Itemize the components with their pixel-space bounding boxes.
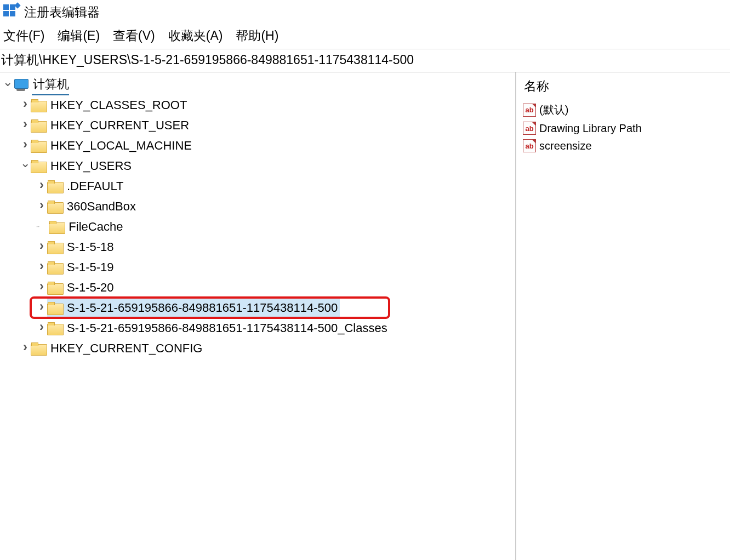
chevron-right-icon[interactable] — [20, 115, 31, 136]
chevron-right-icon[interactable] — [36, 175, 47, 197]
chevron-right-icon[interactable] — [20, 94, 31, 116]
menu-favorites[interactable]: 收藏夹(A) — [168, 27, 223, 44]
chevron-down-icon[interactable] — [2, 74, 13, 95]
tree-label: S-1-5-21-659195866-849881651-1175438114-… — [66, 318, 387, 338]
folder-icon — [47, 322, 62, 334]
tree-label: HKEY_CLASSES_ROOT — [49, 95, 187, 115]
tree-item-default[interactable]: .DEFAULT — [0, 176, 515, 196]
menubar: 文件(F) 编辑(E) 查看(V) 收藏夹(A) 帮助(H) — [0, 24, 730, 49]
tree-label: S-1-5-18 — [66, 237, 114, 257]
tree-label: HKEY_CURRENT_USER — [49, 115, 189, 135]
folder-icon — [47, 302, 62, 314]
tree-item-sandbox[interactable]: 360SandBox — [0, 196, 515, 216]
tree-item-s18[interactable]: S-1-5-18 — [0, 237, 515, 257]
tree-label: HKEY_USERS — [49, 156, 132, 176]
tree-item-filecache[interactable]: ··· FileCache — [0, 216, 515, 237]
tree-connector: ··· — [36, 216, 39, 237]
chevron-right-icon[interactable] — [36, 297, 47, 319]
chevron-right-icon[interactable] — [20, 338, 31, 359]
folder-icon — [31, 140, 46, 152]
address-text: 计算机\HKEY_USERS\S-1-5-21-659195866-849881… — [1, 53, 414, 67]
address-bar[interactable]: 计算机\HKEY_USERS\S-1-5-21-659195866-849881… — [0, 49, 730, 72]
tree-item-hkcu[interactable]: HKEY_CURRENT_USER — [0, 115, 515, 135]
tree-label: HKEY_LOCAL_MACHINE — [49, 135, 192, 156]
value-name: (默认) — [539, 102, 568, 117]
chevron-right-icon[interactable] — [36, 317, 47, 339]
tree-label: FileCache — [67, 216, 123, 237]
window-title: 注册表编辑器 — [24, 4, 100, 21]
reg-string-icon: ab — [523, 139, 536, 152]
tree-label: .DEFAULT — [66, 176, 124, 196]
chevron-right-icon[interactable] — [36, 277, 47, 299]
folder-icon — [47, 241, 62, 253]
tree-item-sid-classes[interactable]: S-1-5-21-659195866-849881651-1175438114-… — [0, 318, 515, 338]
value-name: screensize — [539, 140, 592, 152]
menu-help[interactable]: 帮助(H) — [236, 27, 278, 44]
tree-root-computer[interactable]: 计算机 — [0, 75, 515, 95]
folder-icon — [47, 261, 62, 273]
chevron-right-icon[interactable] — [36, 256, 47, 278]
menu-edit[interactable]: 编辑(E) — [58, 27, 100, 44]
list-item[interactable]: ab Drawing Library Path — [521, 122, 726, 135]
tree-item-hku[interactable]: HKEY_USERS — [0, 156, 515, 176]
tree-item-hkcr[interactable]: HKEY_CLASSES_ROOT — [0, 95, 515, 115]
tree-item-s20[interactable]: S-1-5-20 — [0, 277, 515, 298]
folder-icon — [47, 282, 62, 294]
titlebar: 注册表编辑器 — [0, 0, 730, 24]
folder-icon — [47, 180, 62, 192]
column-header-name[interactable]: 名称 — [521, 76, 726, 102]
chevron-right-icon[interactable] — [20, 135, 31, 157]
value-name: Drawing Library Path — [539, 122, 642, 135]
chevron-down-icon[interactable] — [20, 155, 31, 176]
tree-item-s19[interactable]: S-1-5-19 — [0, 257, 515, 277]
folder-icon — [31, 342, 46, 355]
menu-file[interactable]: 文件(F) — [3, 27, 44, 44]
tree-panel[interactable]: 计算机 HKEY_CLASSES_ROOT HKEY_CURRENT_USER … — [0, 72, 516, 560]
list-item[interactable]: ab (默认) — [521, 102, 726, 117]
tree-label: 360SandBox — [66, 196, 136, 216]
reg-string-icon: ab — [523, 104, 536, 117]
chevron-right-icon[interactable] — [36, 236, 47, 258]
menu-view[interactable]: 查看(V) — [113, 27, 155, 44]
computer-icon — [13, 79, 28, 91]
folder-icon — [31, 160, 46, 172]
list-item[interactable]: ab screensize — [521, 139, 726, 152]
folder-icon — [31, 99, 46, 111]
tree-item-sid-selected[interactable]: S-1-5-21-659195866-849881651-1175438114-… — [0, 298, 515, 318]
tree-label: 计算机 — [32, 74, 69, 95]
chevron-right-icon[interactable] — [36, 196, 47, 218]
tree-label: S-1-5-19 — [66, 257, 114, 277]
tree-item-hklm[interactable]: HKEY_LOCAL_MACHINE — [0, 135, 515, 156]
tree-label: S-1-5-21-659195866-849881651-1175438114-… — [66, 298, 338, 318]
app-icon — [3, 4, 19, 20]
tree-label: S-1-5-20 — [66, 277, 114, 298]
folder-icon — [49, 221, 64, 233]
tree-label: HKEY_CURRENT_CONFIG — [49, 338, 202, 358]
reg-string-icon: ab — [523, 122, 536, 135]
folder-icon — [47, 201, 62, 213]
main-split: 计算机 HKEY_CLASSES_ROOT HKEY_CURRENT_USER … — [0, 72, 730, 560]
tree-item-hkcc[interactable]: HKEY_CURRENT_CONFIG — [0, 338, 515, 358]
value-list-panel[interactable]: 名称 ab (默认) ab Drawing Library Path ab sc… — [516, 72, 730, 560]
folder-icon — [31, 119, 46, 132]
